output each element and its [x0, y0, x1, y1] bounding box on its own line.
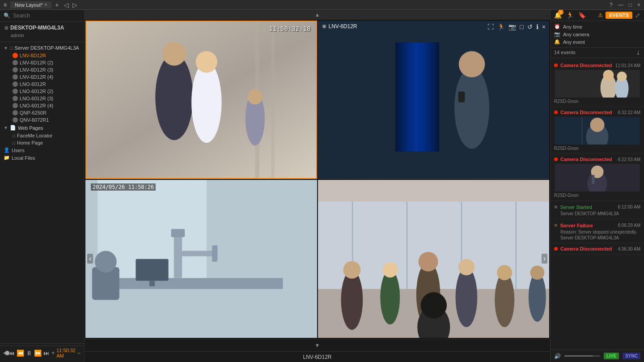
- snapshot-btn[interactable]: 📷: [508, 23, 516, 30]
- event-item-4[interactable]: ≡ Server Started 6:12:00 AM Server DESKT…: [551, 201, 644, 219]
- step-back-button[interactable]: ⏪: [17, 349, 24, 357]
- event-item-1[interactable]: Camera Disconnected 11:01:24 AM R2SD-Gno…: [551, 60, 644, 107]
- camera-cell-3[interactable]: 2024/05/26 11:58:26 ‹: [85, 180, 317, 338]
- event-title-5: Server Failure: [560, 223, 593, 228]
- tab-close-icon[interactable]: ×: [44, 2, 47, 7]
- cam-cell4-right-arrow[interactable]: ›: [542, 254, 547, 264]
- svg-point-6: [196, 51, 217, 72]
- event-time-6: 4:36:30 AM: [618, 247, 640, 251]
- next-button[interactable]: ⏭: [43, 349, 50, 357]
- volume-icon[interactable]: 🔊: [554, 353, 561, 359]
- top-nav-up[interactable]: ▲: [315, 12, 320, 18]
- local-files-item[interactable]: 📁 Local Files: [0, 154, 84, 162]
- zoom-in-icon[interactable]: +: [51, 350, 55, 356]
- svg-point-53: [617, 72, 627, 81]
- camera-cell-2[interactable]: LNV-6D12R ⛶ 🏃 📷 □ ↺ ℹ ×: [318, 21, 550, 179]
- sync-button[interactable]: SYNC: [623, 353, 640, 359]
- sidebar: 🔍 🖥 DESKTOP-MMG4L3A admin ▼ □ Server DES…: [0, 10, 85, 362]
- svg-rect-31: [406, 201, 407, 289]
- bookmark-icon[interactable]: 🔖: [578, 12, 586, 19]
- sidebar-tree: ▼ □ Server DESKTOP-MMG4L3A LNV-6D12R LNV…: [0, 42, 84, 343]
- svg-rect-23: [136, 259, 168, 281]
- close-icon[interactable]: ×: [637, 2, 640, 8]
- reload-btn[interactable]: ↺: [527, 23, 533, 30]
- svg-point-40: [418, 251, 438, 271]
- svg-point-41: [455, 267, 477, 327]
- camera-cell-1[interactable]: 11:50:32:18: [85, 21, 317, 179]
- webpages-section[interactable]: ▼ 📄 Web Pages: [0, 124, 84, 132]
- camera-item-lno6012r-2[interactable]: LNO-6012R (2): [0, 88, 84, 95]
- svg-rect-12: [395, 43, 439, 152]
- record-btn[interactable]: □: [520, 23, 523, 30]
- event-title-2: Camera Disconnected: [560, 110, 615, 115]
- main-layout: 🔍 🖥 DESKTOP-MMG4L3A admin ▼ □ Server DES…: [0, 10, 644, 362]
- svg-rect-61: [592, 175, 595, 184]
- search-input[interactable]: [13, 13, 80, 19]
- event-item-6[interactable]: Camera Disconnected 4:36:30 AM: [551, 243, 644, 255]
- filter-event[interactable]: Any event: [563, 39, 585, 45]
- prev-button[interactable]: ⏮: [8, 349, 15, 357]
- svg-point-14: [458, 51, 485, 77]
- playback-controls: ⏮ ⏪ ⏸ ⏩ ⏭ + 11:50:32 AM −: [0, 345, 84, 360]
- events-tab[interactable]: EVENTS: [606, 12, 632, 19]
- fullscreen-btn[interactable]: ⛶: [487, 23, 494, 30]
- play-pause-button[interactable]: ⏸: [26, 349, 32, 357]
- cam-cell3-left-arrow[interactable]: ‹: [87, 254, 93, 264]
- users-item[interactable]: 👤 Users: [0, 146, 84, 154]
- close-cam-btn[interactable]: ×: [542, 23, 546, 30]
- event-item-5[interactable]: ≡ Server Failure 6:06:29 AM Reason: Serv…: [551, 219, 644, 243]
- info-btn[interactable]: ℹ: [536, 23, 538, 30]
- event-item-3[interactable]: Camera Disconnected 6:22:53 AM R2SD-Gnon: [551, 154, 644, 201]
- zoom-out-icon[interactable]: −: [77, 350, 80, 356]
- svg-rect-24: [149, 281, 155, 286]
- export-icon[interactable]: ⤓: [636, 50, 640, 56]
- camera-item-lnv6d12r-2[interactable]: LNV-6D12R (2): [0, 59, 84, 66]
- camera-item-lnv6d12r-3[interactable]: LNV-6D12R (3): [0, 66, 84, 73]
- person-icon[interactable]: 🏃: [566, 12, 574, 19]
- svg-point-26: [95, 251, 117, 273]
- content-area: ▲: [85, 10, 550, 362]
- expand-icon[interactable]: ⤢: [635, 12, 640, 19]
- server-section[interactable]: ▼ □ Server DESKTOP-MMG4L3A: [0, 44, 84, 52]
- motion-btn[interactable]: 🏃: [497, 23, 505, 30]
- event-item-2[interactable]: Camera Disconnected 6:32:22 AM R2SD-Gnon: [551, 107, 644, 154]
- event-source-2: R2SD-Gnon: [554, 146, 640, 151]
- event-dot-3: [554, 158, 558, 161]
- camera-item-lnv6d12r-4[interactable]: LNV-6D12R (4): [0, 73, 84, 81]
- menu-icon[interactable]: ≡: [4, 2, 7, 8]
- tab-nav-left[interactable]: ◁: [64, 1, 69, 9]
- webpage-home[interactable]: □ Home Page: [0, 139, 84, 146]
- volume-slider[interactable]: [564, 355, 600, 357]
- panel-header-icons: 🔔 1 🏃 🔖 ⚠ EVENTS ⤢: [551, 10, 644, 21]
- layout-tab[interactable]: New Layout* ×: [10, 1, 51, 9]
- event-time-3: 6:22:53 AM: [618, 157, 640, 162]
- user-role: admin: [11, 33, 24, 38]
- camera-item-lnv6d12r[interactable]: LNV-6D12R: [0, 52, 84, 59]
- svg-point-38: [382, 262, 398, 277]
- event-time-2: 6:32:22 AM: [618, 110, 640, 115]
- filter-time[interactable]: Any time: [563, 24, 582, 30]
- svg-point-35: [341, 270, 363, 330]
- tab-nav-right[interactable]: ▷: [72, 1, 77, 9]
- help-icon[interactable]: ?: [610, 2, 613, 8]
- camera-item-lno6012r[interactable]: LNO-6012R: [0, 81, 84, 88]
- svg-point-51: [603, 70, 614, 81]
- camera-item-lno6012r-3[interactable]: LNO-6012R (3): [0, 95, 84, 102]
- camera-item-qnv6072r1[interactable]: QNV-6072R1: [0, 116, 84, 124]
- maximize-icon[interactable]: □: [629, 2, 632, 8]
- filter-camera[interactable]: Any camera: [563, 32, 589, 37]
- minimize-icon[interactable]: —: [618, 2, 623, 8]
- svg-rect-33: [515, 201, 516, 289]
- camera-cell-4[interactable]: ›: [318, 180, 550, 338]
- svg-rect-15: [458, 91, 465, 102]
- step-forward-button[interactable]: ⏩: [34, 349, 42, 357]
- camera-item-qnp6250r[interactable]: QNP-6250R: [0, 109, 84, 116]
- tab-add-icon[interactable]: +: [55, 1, 59, 9]
- live-button[interactable]: LIVE: [604, 353, 619, 359]
- webpage-faceme[interactable]: □ FaceMe Locator: [0, 132, 84, 139]
- svg-point-42: [458, 259, 475, 275]
- camera-item-lno6012r-4[interactable]: LNO-6012R (4): [0, 102, 84, 109]
- events-filters: ⏰ Any time 📷 Any camera 🔔 Any event: [551, 21, 644, 48]
- svg-point-4: [162, 42, 186, 66]
- bottom-nav-down[interactable]: ▼: [315, 342, 320, 349]
